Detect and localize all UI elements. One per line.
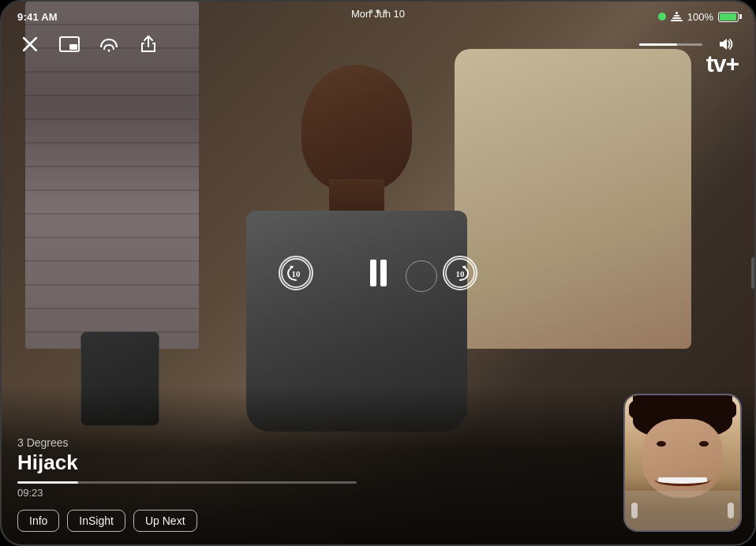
volume-fill [639, 43, 677, 46]
progress-bar-container[interactable] [17, 481, 357, 484]
pause-bar-left [370, 260, 376, 286]
top-left-controls [17, 32, 161, 57]
side-handle [751, 257, 755, 289]
status-right: 100% [658, 11, 739, 23]
battery-icon [718, 12, 739, 22]
center-controls: 10 10 [279, 256, 477, 290]
info-button[interactable]: Info [17, 510, 59, 532]
dot-3 [384, 9, 387, 13]
green-indicator [658, 13, 666, 21]
wifi-icon [671, 13, 683, 21]
share-button[interactable] [136, 32, 161, 57]
top-dots-indicator [369, 9, 387, 13]
status-bar: 9:41 AM Mon Jun 10 100% [2, 2, 754, 27]
battery-percent: 100% [687, 11, 713, 23]
volume-bar[interactable] [639, 43, 702, 46]
svg-point-4 [108, 50, 110, 52]
appletv-text: tv+ [706, 50, 739, 77]
appletv-logo: tv+ [705, 50, 739, 77]
pause-button[interactable] [361, 256, 395, 290]
rewind-button[interactable]: 10 [279, 256, 313, 290]
pip-face [642, 419, 723, 498]
close-button[interactable] [17, 32, 43, 57]
dot-2 [376, 9, 380, 13]
top-controls [2, 32, 754, 57]
insight-button[interactable]: InSight [67, 510, 125, 532]
facetime-pip[interactable] [623, 394, 742, 532]
progress-fill [17, 481, 78, 484]
dot-1 [369, 9, 373, 13]
pip-background-room [625, 491, 740, 530]
battery-fill [720, 13, 736, 21]
pip-person [625, 395, 740, 530]
svg-text:10: 10 [292, 269, 301, 279]
up-next-button[interactable]: Up Next [133, 510, 197, 532]
video-player[interactable]: tv+ 10 [2, 2, 754, 544]
status-time: 9:41 AM [17, 11, 58, 23]
ipad-device: 9:41 AM Mon Jun 10 100% [0, 0, 756, 546]
svg-rect-3 [69, 44, 77, 50]
pause-bar-right [380, 260, 387, 286]
forward-button[interactable]: 10 [443, 256, 477, 290]
pause-icon [370, 260, 387, 286]
airplay-button[interactable] [96, 32, 122, 57]
svg-text:10: 10 [456, 269, 466, 279]
pip-button[interactable] [57, 32, 82, 57]
